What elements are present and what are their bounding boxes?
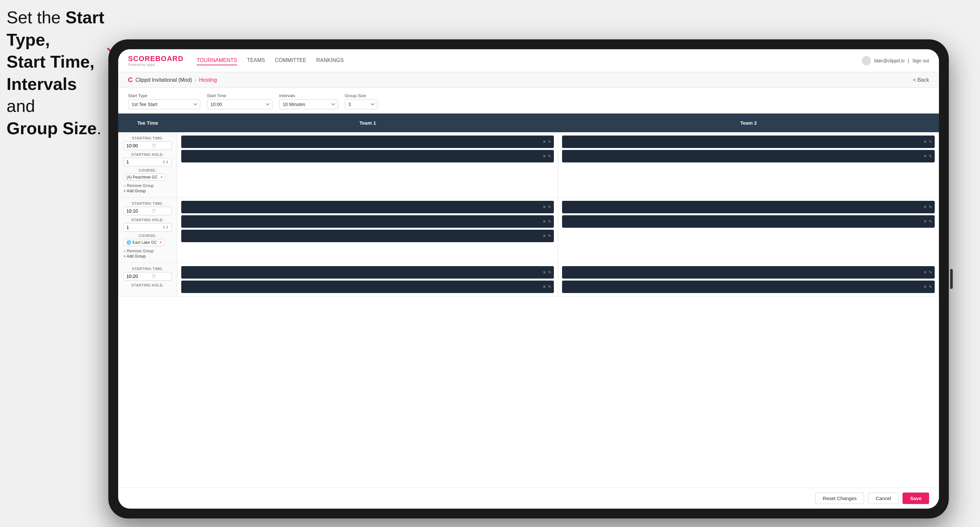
team2-slot-4: ✕ ✎	[562, 215, 935, 228]
save-button[interactable]: Save	[902, 492, 929, 504]
group-1-left: STARTING TIME: ⏱ STARTING HOLE: ⬆⬇ COURS…	[118, 132, 177, 197]
group-row-2: STARTING TIME: ⏱ STARTING HOLE: ⬆⬇ COURS…	[118, 198, 939, 263]
group-2-team1: ✕ ✎ ✕ ✎ ✕ ✎	[177, 198, 558, 262]
group-1-course-tag: (A) Peachtree GC ×	[123, 174, 172, 181]
group-1-team1: ✕ ✎ ✕ ✎	[177, 132, 558, 197]
group-1-time-field[interactable]	[126, 143, 150, 148]
group-2-time-field[interactable]	[126, 208, 150, 214]
table-header: Tee Time Team 1 Team 2	[118, 114, 939, 132]
nav-committee[interactable]: COMMITTEE	[275, 56, 306, 65]
slot-edit-10[interactable]: ✎	[548, 270, 551, 275]
team1-slot-4: ✕ ✎	[181, 215, 554, 228]
slot-x-11[interactable]: ✕	[543, 284, 546, 289]
slot-x-3[interactable]: ✕	[924, 140, 927, 144]
slot-x-5[interactable]: ✕	[543, 205, 546, 210]
group-2-remove[interactable]: ○ Remove Group	[123, 249, 172, 253]
group-1-time-input[interactable]: ⏱	[123, 141, 172, 150]
group-2-starting-time-label: STARTING TIME:	[123, 202, 172, 205]
course-1-remove[interactable]: ×	[160, 175, 162, 179]
group-1-hole-field[interactable]	[126, 159, 146, 165]
nav-tournaments[interactable]: TOURNAMENTS	[197, 56, 237, 65]
slot-edit-7[interactable]: ✎	[548, 233, 551, 238]
group-2-hole-field[interactable]	[126, 225, 146, 230]
group-3-starting-hole-label: STARTING HOLE:	[123, 283, 172, 287]
slot-x-1[interactable]: ✕	[543, 140, 546, 144]
group-2-time-input[interactable]: ⏱	[123, 207, 172, 215]
cancel-button[interactable]: Cancel	[868, 492, 899, 504]
team1-slot-2: ✕ ✎	[181, 150, 554, 162]
group-2-add[interactable]: + Add Group	[123, 254, 172, 259]
slot-edit-1[interactable]: ✎	[548, 140, 551, 144]
nav-teams[interactable]: TEAMS	[247, 56, 265, 65]
slot-edit-5[interactable]: ✎	[548, 205, 551, 210]
intervals-select[interactable]: 10 Minutes	[279, 99, 338, 109]
group-2-team2: ✕ ✎ ✕ ✎	[558, 198, 939, 262]
team1-slot-7: ✕ ✎	[181, 281, 554, 293]
group-row-3: STARTING TIME: ⏱ STARTING HOLE: ✕ ✎ ✕ ✎	[118, 263, 939, 297]
sign-out-link[interactable]: Sign out	[912, 58, 929, 63]
team1-slot-6: ✕ ✎	[181, 266, 554, 279]
slot-x-4[interactable]: ✕	[924, 154, 927, 159]
slot-x-2[interactable]: ✕	[543, 154, 546, 159]
breadcrumb-logo: C	[128, 76, 133, 84]
slot-x-7[interactable]: ✕	[543, 233, 546, 238]
start-time-label: Start Time	[207, 93, 272, 98]
group-1-remove[interactable]: ○ Remove Group	[123, 183, 172, 188]
tablet-frame: SCOREBOARD Powered by clippd TOURNAMENTS…	[108, 40, 949, 519]
slot-edit-3[interactable]: ✎	[929, 140, 932, 144]
team1-slot-3: ✕ ✎	[181, 201, 554, 213]
group-1-actions: ○ Remove Group + Add Group	[123, 183, 172, 193]
group-3-starting-time-label: STARTING TIME:	[123, 267, 172, 271]
slot-edit-11[interactable]: ✎	[548, 284, 551, 289]
group-1-add[interactable]: + Add Group	[123, 189, 172, 193]
controls-row: Start Type 1st Tee Start Start Time 10:0…	[118, 88, 939, 114]
back-button[interactable]: < Back	[913, 77, 929, 83]
slot-x-9[interactable]: ✕	[924, 219, 927, 224]
group-1-team2: ✕ ✎ ✕ ✎	[558, 132, 939, 197]
group-3-team1: ✕ ✎ ✕ ✎	[177, 263, 558, 296]
nav-right: blair@clippd.io | Sign out	[862, 56, 929, 65]
group-3-time-field[interactable]	[126, 274, 150, 279]
slot-edit-4[interactable]: ✎	[929, 154, 932, 159]
nav-rankings[interactable]: RANKINGS	[316, 56, 344, 65]
group-3-team2: ✕ ✎ ✕ ✎	[558, 263, 939, 296]
team2-slot-2: ✕ ✎	[562, 150, 935, 162]
team2-slot-3: ✕ ✎	[562, 201, 935, 213]
slot-edit-9[interactable]: ✎	[929, 219, 932, 224]
clock-icon-3: ⏱	[151, 274, 156, 279]
group-1-starting-time-label: STARTING TIME:	[123, 136, 172, 140]
start-type-select[interactable]: 1st Tee Start	[128, 99, 200, 109]
group-size-select[interactable]: 3	[345, 99, 377, 109]
group-3-time-input[interactable]: ⏱	[123, 272, 172, 281]
group-size-group: Group Size 3	[345, 93, 377, 109]
slot-x-6[interactable]: ✕	[543, 219, 546, 224]
group-row-1: STARTING TIME: ⏱ STARTING HOLE: ⬆⬇ COURS…	[118, 132, 939, 198]
col-team2: Team 2	[558, 117, 939, 128]
user-avatar	[862, 56, 871, 65]
team2-slot-6: ✕ ✎	[562, 281, 935, 293]
team2-slot-1: ✕ ✎	[562, 135, 935, 148]
reset-changes-button[interactable]: Reset Changes	[815, 492, 864, 504]
navbar: SCOREBOARD Powered by clippd TOURNAMENTS…	[118, 49, 939, 72]
annotation-text: Set the Start Type,Start Time,Intervals …	[6, 6, 108, 140]
slot-x-12[interactable]: ✕	[924, 270, 927, 275]
course-1-name: (A) Peachtree GC ×	[123, 174, 165, 181]
course-2-remove[interactable]: ×	[159, 240, 162, 245]
breadcrumb-separator: ›	[195, 77, 196, 83]
slot-edit-2[interactable]: ✎	[548, 154, 551, 159]
slot-edit-6[interactable]: ✎	[548, 219, 551, 224]
slot-x-8[interactable]: ✕	[924, 205, 927, 210]
slot-edit-13[interactable]: ✎	[929, 284, 932, 289]
hole-spinner-1[interactable]: ⬆⬇	[162, 160, 169, 164]
hole-spinner-2[interactable]: ⬆⬇	[162, 225, 169, 230]
slot-x-10[interactable]: ✕	[543, 270, 546, 275]
slot-x-13[interactable]: ✕	[924, 284, 927, 289]
intervals-group: Intervals 10 Minutes	[279, 93, 338, 109]
slot-edit-12[interactable]: ✎	[929, 270, 932, 275]
slot-edit-8[interactable]: ✎	[929, 205, 932, 210]
group-size-label: Group Size	[345, 93, 377, 98]
main-content[interactable]: STARTING TIME: ⏱ STARTING HOLE: ⬆⬇ COURS…	[118, 132, 939, 487]
group-2-course-tag: 🌐 East Lake GC ×	[123, 239, 172, 246]
start-time-select[interactable]: 10:00	[207, 99, 272, 109]
breadcrumb-tournament[interactable]: Clippd Invitational (Mod)	[135, 77, 192, 83]
